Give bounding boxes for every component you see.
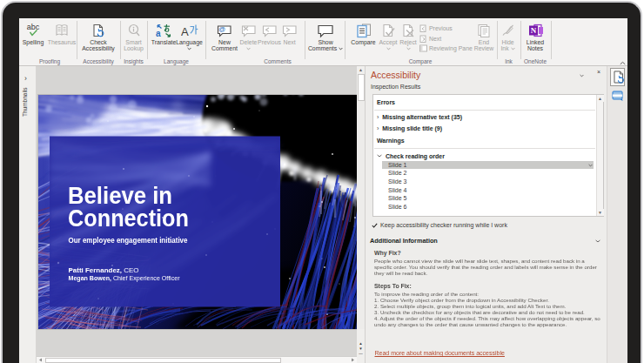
svg-text:@: @: [218, 25, 225, 33]
svg-text:Patti Fernandez, CEO: Patti Fernandez, CEO: [69, 266, 139, 274]
svg-text:abc: abc: [27, 23, 40, 31]
svg-text:Connection: Connection: [68, 205, 189, 232]
svg-text:N: N: [531, 26, 537, 35]
svg-text:A: A: [181, 25, 189, 38]
svg-text:Megan Bowen, Chief Experience: Megan Bowen, Chief Experience Officer: [69, 274, 180, 282]
svg-text:Our employee engagement initia: Our employee engagement initiative: [69, 237, 188, 245]
svg-text:a: a: [156, 29, 161, 38]
